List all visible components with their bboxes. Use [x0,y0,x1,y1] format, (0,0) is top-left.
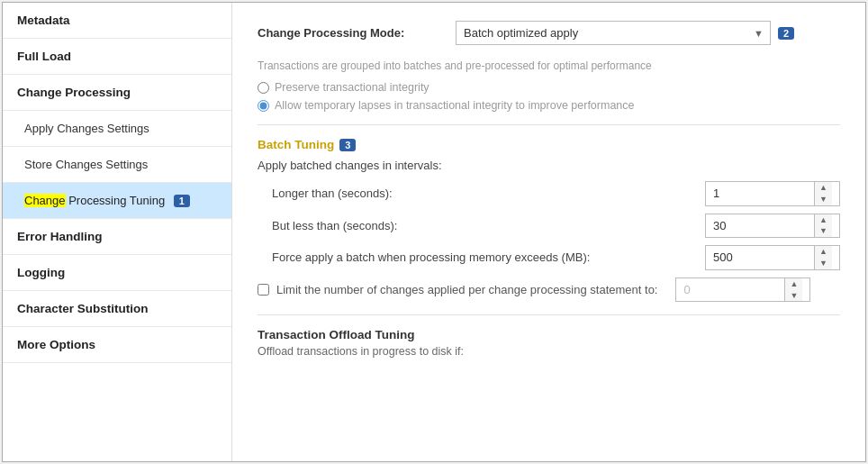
longer-than-input-wrapper: ▲ ▼ [705,181,840,206]
limit-changes-checkbox[interactable] [258,284,269,296]
longer-than-label: Longer than (seconds): [272,187,705,200]
limit-changes-up[interactable]: ▲ [785,278,802,290]
longer-than-input[interactable] [706,183,814,204]
apply-batched-text: Apply batched changes in intervals: [258,159,840,172]
sidebar-item-error-handling[interactable]: Error Handling [3,219,231,255]
longer-than-spinners: ▲ ▼ [814,182,832,205]
mode-badge: 2 [778,27,794,40]
mode-row: Change Processing Mode: Batch optimized … [258,21,840,45]
radio-group: Preserve transactional integrity Allow t… [258,81,840,112]
app-container: Metadata Full Load Change Processing App… [2,2,866,462]
less-than-input[interactable] [706,215,814,236]
sidebar-item-logging[interactable]: Logging [3,255,231,291]
batch-badge-3: 3 [339,139,356,151]
limit-changes-input[interactable] [676,279,784,300]
divider-2 [258,314,840,315]
sidebar-item-label-prefix: Change [24,194,66,207]
limit-changes-label: Limit the number of changes applied per … [276,283,657,296]
sidebar-item-store-changes-settings[interactable]: Store Changes Settings [3,147,231,183]
less-than-down[interactable]: ▼ [815,225,832,237]
sidebar-item-change-processing-tuning[interactable]: Change Processing Tuning 1 [3,183,231,219]
longer-than-row: Longer than (seconds): ▲ ▼ [258,181,840,206]
less-than-up[interactable]: ▲ [815,214,832,226]
mode-select-wrapper: Batch optimized apply ▼ [456,21,771,45]
radio-allow[interactable] [258,100,269,112]
sidebar: Metadata Full Load Change Processing App… [3,3,232,461]
radio-preserve[interactable] [258,82,269,94]
force-apply-spinners: ▲ ▼ [814,246,832,269]
main-content: Change Processing Mode: Batch optimized … [232,3,865,461]
limit-changes-row: Limit the number of changes applied per … [258,277,840,303]
force-apply-input[interactable] [706,247,814,268]
sidebar-item-more-options[interactable]: More Options [3,327,231,363]
sidebar-item-full-load[interactable]: Full Load [3,39,231,75]
limit-changes-spinners: ▲ ▼ [784,278,802,302]
mode-select[interactable]: Batch optimized apply [456,21,771,45]
mode-description: Transactions are grouped into batches an… [258,59,840,72]
radio-allow-label[interactable]: Allow temporary lapses in transactional … [258,99,840,112]
less-than-label: But less than (seconds): [272,219,705,232]
less-than-input-wrapper: ▲ ▼ [705,214,840,239]
sidebar-item-character-substitution[interactable]: Character Substitution [3,291,231,327]
force-apply-input-wrapper: ▲ ▼ [705,245,840,270]
limit-changes-input-wrapper: ▲ ▼ [675,277,810,303]
force-apply-row: Force apply a batch when processing memo… [258,245,840,270]
batch-tuning-header: Batch Tuning 3 [258,138,840,151]
sidebar-badge-1: 1 [174,195,190,207]
force-apply-down[interactable]: ▼ [815,258,832,269]
sidebar-item-metadata[interactable]: Metadata [3,3,231,39]
sidebar-item-change-processing[interactable]: Change Processing [3,75,231,111]
less-than-spinners: ▲ ▼ [814,214,832,238]
divider-1 [258,124,840,125]
sidebar-item-apply-changes-settings[interactable]: Apply Changes Settings [3,111,231,147]
less-than-row: But less than (seconds): ▲ ▼ [258,214,840,239]
mode-label: Change Processing Mode: [258,26,456,40]
longer-than-up[interactable]: ▲ [815,182,832,194]
limit-changes-down[interactable]: ▼ [785,290,802,302]
radio-preserve-label[interactable]: Preserve transactional integrity [258,81,840,94]
offload-subtext: Offload transactions in progress to disk… [258,345,840,358]
force-apply-up[interactable]: ▲ [815,246,832,258]
transaction-offload-header: Transaction Offload Tuning [258,328,840,341]
force-apply-label: Force apply a batch when processing memo… [272,250,705,264]
longer-than-down[interactable]: ▼ [815,194,832,205]
